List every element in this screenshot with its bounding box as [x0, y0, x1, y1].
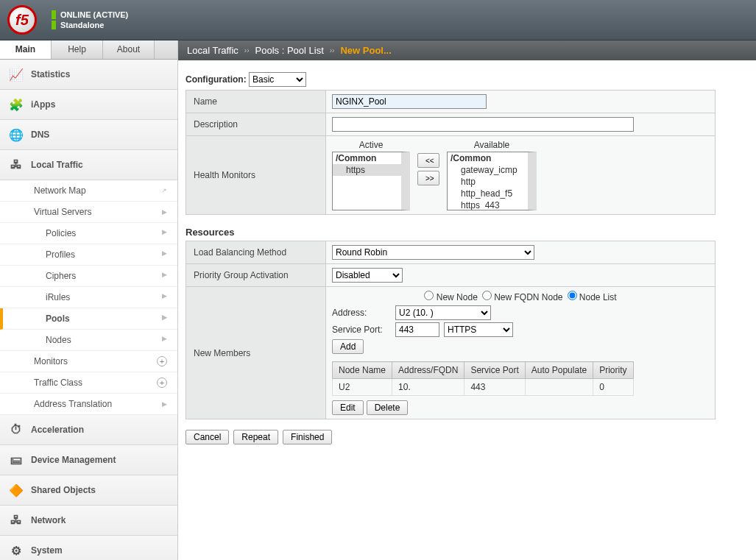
nav-profiles-label: Profiles [46, 249, 75, 260]
chevron-right-icon: ▶ [162, 249, 167, 260]
lbm-label: Load Balancing Method [186, 241, 326, 264]
mode-indicator-icon [52, 21, 56, 29]
nav-shared-objects[interactable]: 🔶Shared Objects [0, 475, 177, 506]
service-port-input[interactable] [395, 322, 439, 337]
breadcrumb-sep-icon: ›› [330, 46, 335, 54]
hm-active-listbox[interactable]: /Common https [332, 152, 410, 210]
hm-available-item[interactable]: http [448, 176, 528, 188]
nav-network-map[interactable]: Network Map↗ [0, 180, 177, 202]
lbm-select[interactable]: Round Robin [332, 245, 534, 260]
nav-iapps[interactable]: 🧩iApps [0, 90, 177, 120]
col-node-name: Node Name [333, 362, 392, 379]
hm-active-item[interactable]: https [333, 164, 401, 176]
radio-node-list-input[interactable] [568, 291, 577, 300]
nav-iapps-label: iApps [31, 99, 55, 110]
configuration-select[interactable]: Basic [249, 72, 306, 87]
tab-help[interactable]: Help [52, 40, 103, 59]
tab-main[interactable]: Main [0, 40, 52, 59]
nav-statistics[interactable]: 📈Statistics [0, 60, 177, 90]
nav-ciphers[interactable]: Ciphers▶ [0, 266, 177, 287]
nav-irules[interactable]: iRules▶ [0, 287, 177, 308]
nav-device-management[interactable]: 🖴Device Management [0, 445, 177, 475]
delete-button[interactable]: Delete [367, 400, 409, 415]
system-icon: ⚙ [9, 543, 24, 558]
chart-icon: 📈 [9, 67, 24, 82]
col-auto-populate: Auto Populate [525, 362, 593, 379]
cell-service-port: 443 [464, 379, 525, 396]
nav-statistics-label: Statistics [31, 69, 70, 79]
hm-group-common: /Common [448, 152, 528, 164]
table-row[interactable]: U2 10. 443 0 [333, 379, 634, 396]
cell-priority: 0 [593, 379, 633, 396]
radio-new-node-label: New Node [437, 292, 478, 302]
move-right-button[interactable]: >> [417, 171, 439, 185]
hm-available-item[interactable]: https_443 [448, 199, 528, 210]
radio-node-list[interactable]: Node List [568, 291, 617, 302]
chevron-right-icon: ▶ [162, 271, 167, 281]
edit-button[interactable]: Edit [332, 400, 364, 415]
nav-pools[interactable]: Pools▶ [0, 308, 177, 330]
shapes-icon: 🔶 [9, 483, 24, 497]
col-priority: Priority [593, 362, 633, 379]
nav-network[interactable]: 🖧Network [0, 506, 177, 536]
radio-new-fqdn[interactable]: New FQDN Node [482, 291, 563, 302]
name-input[interactable] [332, 94, 487, 109]
chevron-right-icon: ▶ [162, 313, 167, 324]
breadcrumb-a[interactable]: Local Traffic [187, 45, 239, 56]
nav-virtual-servers[interactable]: Virtual Servers▶ [0, 202, 177, 223]
nav-traffic-class[interactable]: Traffic Class+ [0, 372, 177, 394]
app-header: f5 ONLINE (ACTIVE) Standalone [0, 0, 756, 40]
hm-available-item[interactable]: http_head_f5 [448, 188, 528, 199]
repeat-button[interactable]: Repeat [233, 430, 278, 444]
nav-local-traffic[interactable]: 🖧Local Traffic [0, 150, 177, 180]
gauge-icon: ⏱ [9, 422, 24, 437]
radio-new-node[interactable]: New Node [424, 291, 477, 302]
description-input[interactable] [332, 117, 634, 132]
breadcrumb: Local Traffic ›› Pools : Pool List ›› Ne… [178, 40, 756, 60]
breadcrumb-sep-icon: ›› [244, 46, 250, 54]
col-address: Address/FQDN [392, 362, 464, 379]
tab-about[interactable]: About [103, 40, 155, 59]
nav-nodes[interactable]: Nodes▶ [0, 330, 177, 351]
pga-select[interactable]: Disabled [332, 268, 403, 283]
add-button[interactable]: Add [332, 339, 364, 354]
address-label: Address: [332, 308, 391, 318]
move-left-button[interactable]: << [417, 153, 439, 168]
hm-group-common: /Common [333, 152, 401, 164]
mode-label: Standalone [60, 21, 104, 29]
nav-monitors[interactable]: Monitors+ [0, 351, 177, 372]
nav-irules-label: iRules [46, 292, 70, 302]
nav-dns-label: DNS [31, 130, 49, 140]
sidebar: Main Help About 📈Statistics 🧩iApps 🌐DNS … [0, 40, 178, 560]
radio-new-fqdn-input[interactable] [482, 291, 492, 300]
plus-circle-icon[interactable]: + [157, 378, 167, 388]
main-content: Local Traffic ›› Pools : Pool List ›› Ne… [178, 40, 756, 560]
nav-policies[interactable]: Policies▶ [0, 223, 177, 244]
nav-address-translation-label: Address Translation [34, 399, 112, 409]
address-select[interactable]: U2 (10. ) [395, 305, 491, 320]
nav-address-translation[interactable]: Address Translation▶ [0, 394, 177, 415]
nav-local-traffic-label: Local Traffic [31, 160, 83, 170]
nav-pools-label: Pools [46, 313, 70, 324]
finished-button[interactable]: Finished [283, 430, 332, 444]
apps-icon: 🧩 [9, 97, 24, 112]
nav-device-management-label: Device Management [31, 455, 116, 465]
members-table: Node Name Address/FQDN Service Port Auto… [332, 361, 634, 396]
cancel-button[interactable]: Cancel [186, 430, 229, 444]
nav-system[interactable]: ⚙System [0, 536, 177, 560]
nav-nodes-label: Nodes [46, 335, 71, 345]
hm-active-heading: Active [359, 140, 384, 150]
chevron-right-icon: ▶ [162, 228, 167, 238]
plus-circle-icon[interactable]: + [157, 356, 167, 366]
radio-new-node-input[interactable] [424, 291, 434, 300]
breadcrumb-b[interactable]: Pools : Pool List [255, 45, 324, 56]
breadcrumb-current: New Pool... [340, 45, 391, 56]
nav-monitors-label: Monitors [34, 356, 68, 366]
hm-available-listbox[interactable]: /Common gateway_icmp http http_head_f5 h… [447, 152, 537, 210]
nav-acceleration[interactable]: ⏱Acceleration [0, 415, 177, 445]
hm-available-item[interactable]: gateway_icmp [448, 164, 528, 176]
nav-dns[interactable]: 🌐DNS [0, 120, 177, 150]
nav-profiles[interactable]: Profiles▶ [0, 244, 177, 266]
name-label: Name [186, 91, 326, 113]
service-protocol-select[interactable]: HTTPS [444, 322, 513, 337]
